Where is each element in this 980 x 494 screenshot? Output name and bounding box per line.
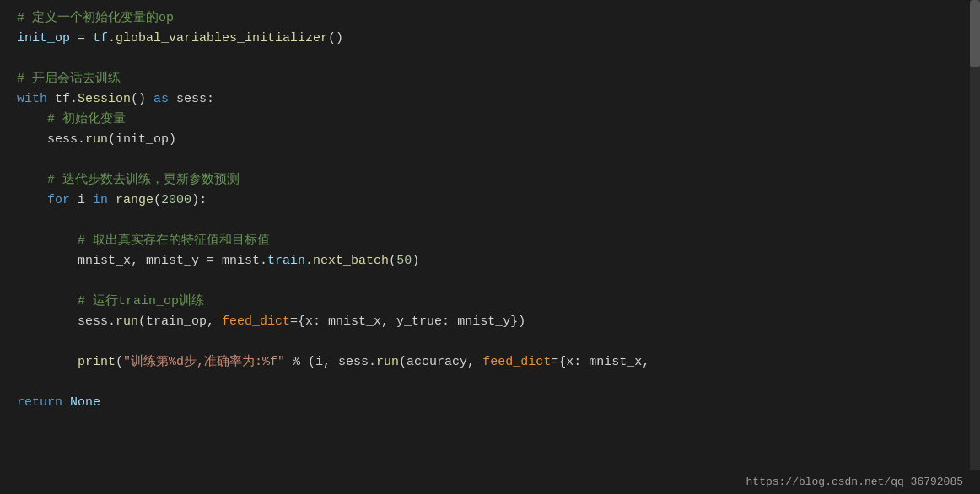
code-token: return — [17, 395, 62, 410]
code-token: % (i, sess. — [285, 355, 376, 369]
scrollbar-thumb[interactable] — [970, 0, 980, 67]
code-token: Session — [78, 92, 131, 106]
code-line — [17, 49, 963, 69]
code-line: return None — [17, 393, 963, 413]
bottom-bar: https://blog.csdn.net/qq_36792085 — [0, 470, 980, 494]
code-line — [17, 150, 963, 170]
code-line: init_op = tf.global_variables_initialize… — [17, 29, 963, 49]
code-line: mnist_x, mnist_y = mnist.train.next_batc… — [17, 251, 963, 271]
code-token: init_op — [17, 31, 70, 46]
code-token: train — [267, 254, 305, 268]
code-line: with tf.Session() as sess: — [17, 89, 963, 110]
code-token: = — [70, 31, 93, 46]
code-token: (train_op, — [138, 314, 222, 329]
code-line: sess.run(train_op, feed_dict={x: mnist_x… — [17, 312, 963, 332]
code-token: run — [116, 314, 138, 329]
code-line — [17, 271, 963, 292]
code-token: . — [305, 254, 313, 268]
code-token: # 迭代步数去训练，更新参数预测 — [17, 173, 240, 187]
code-token: 50 — [396, 254, 412, 268]
code-token: for — [47, 193, 70, 207]
code-token: global_variables_initializer — [116, 31, 328, 46]
code-token: ={x: mnist_x, — [551, 355, 649, 369]
code-line: print("训练第%d步,准确率为:%f" % (i, sess.run(ac… — [17, 352, 963, 373]
code-token: run — [85, 132, 108, 147]
code-line: # 初始化变量 — [17, 110, 963, 130]
code-token: # 定义一个初始化变量的op — [17, 11, 174, 25]
code-token: ={x: mnist_x, y_true: mnist_y}) — [290, 314, 525, 329]
code-token: # 运行train_op训练 — [17, 294, 204, 309]
code-token — [17, 193, 47, 207]
code-token: ) — [412, 254, 419, 268]
code-token: (accuracy, — [399, 355, 482, 369]
code-token: # 初始化变量 — [17, 112, 126, 126]
code-token: . — [108, 31, 116, 46]
code-token: 2000 — [161, 193, 191, 207]
code-line — [17, 332, 963, 352]
code-token: next_batch — [313, 254, 389, 268]
scrollbar[interactable] — [970, 0, 980, 494]
code-line — [17, 211, 963, 231]
code-token: # 开启会话去训练 — [17, 72, 121, 86]
code-token: sess. — [17, 132, 85, 147]
code-content: # 定义一个初始化变量的opinit_op = tf.global_variab… — [17, 8, 963, 413]
code-token — [17, 355, 78, 369]
code-token: () — [131, 92, 153, 106]
code-token: sess. — [17, 314, 116, 329]
code-token: as — [153, 92, 169, 106]
code-line: # 运行train_op训练 — [17, 292, 963, 312]
code-token: sess: — [169, 92, 214, 106]
code-token: ( — [153, 193, 161, 207]
code-line — [17, 373, 963, 393]
code-token: () — [328, 31, 343, 46]
code-token: feed_dict — [222, 314, 290, 329]
code-token: mnist_x, mnist_y = mnist. — [17, 254, 267, 268]
code-token: ( — [116, 355, 123, 369]
code-token: tf — [93, 31, 108, 46]
url-label: https://blog.csdn.net/qq_36792085 — [746, 474, 963, 491]
code-token: "训练第%d步,准确率为:%f" — [123, 355, 285, 369]
code-token: # 取出真实存在的特征值和目标值 — [17, 234, 270, 248]
code-token: print — [78, 355, 116, 369]
code-token: in — [93, 193, 108, 207]
code-token: run — [376, 355, 399, 369]
code-line: sess.run(init_op) — [17, 130, 963, 150]
code-line: # 定义一个初始化变量的op — [17, 8, 963, 29]
code-token: (init_op) — [108, 132, 176, 147]
code-token: range — [116, 193, 153, 207]
code-editor: # 定义一个初始化变量的opinit_op = tf.global_variab… — [0, 0, 980, 494]
code-line: for i in range(2000): — [17, 191, 963, 211]
code-token: feed_dict — [482, 355, 551, 369]
code-token: with — [17, 92, 47, 106]
code-line: # 取出真实存在的特征值和目标值 — [17, 231, 963, 251]
code-line: # 开启会话去训练 — [17, 69, 963, 89]
code-token — [108, 193, 116, 207]
code-line: # 迭代步数去训练，更新参数预测 — [17, 170, 963, 191]
code-token: i — [70, 193, 93, 207]
code-token: None — [62, 395, 100, 410]
code-token: ): — [191, 193, 207, 207]
code-token: tf. — [47, 92, 78, 106]
code-token: ( — [389, 254, 396, 268]
